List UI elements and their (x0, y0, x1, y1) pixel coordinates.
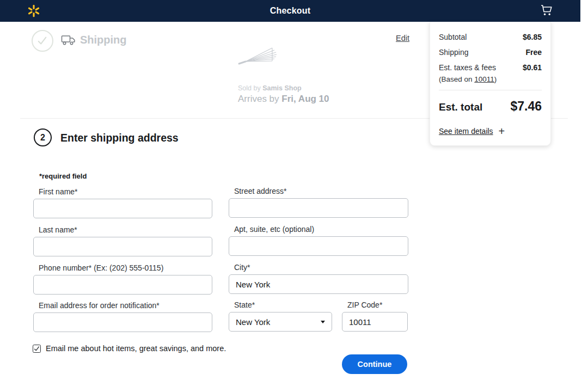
page-title: Checkout (0, 6, 580, 16)
shipping-step-title: Shipping (80, 34, 127, 46)
taxes-value: $0.61 (523, 63, 542, 72)
est-total-value: $7.46 (510, 99, 542, 114)
sold-by-prefix: Sold by (238, 84, 261, 92)
apt-label: Apt, suite, etc (optional) (229, 225, 408, 234)
cart-icon[interactable] (540, 4, 553, 17)
zip-code-link[interactable]: 10011 (474, 75, 494, 83)
city-input[interactable] (229, 274, 408, 294)
truck-icon (61, 34, 76, 47)
state-select[interactable]: New York (229, 312, 332, 332)
arrives-prefix: Arrives by (238, 94, 279, 104)
plus-icon[interactable]: + (499, 127, 505, 135)
summary-row-taxes: Est. taxes & fees $0.61 (439, 63, 542, 72)
checkout-header: Checkout (0, 0, 580, 22)
first-name-field: First name* (33, 187, 212, 218)
last-name-field: Last name* (33, 225, 212, 256)
zip-label: ZIP Code* (342, 301, 408, 309)
first-name-label: First name* (33, 187, 212, 196)
email-label: Email address for order notification* (33, 301, 212, 310)
apt-field: Apt, suite, etc (optional) (229, 225, 408, 256)
address-step-title: Enter shipping address (60, 132, 179, 144)
marketing-optin-label: Email me about hot items, great savings,… (46, 344, 226, 353)
last-name-input[interactable] (33, 237, 212, 256)
subtotal-value: $6.85 (523, 33, 542, 42)
marketing-checkbox[interactable] (33, 345, 41, 353)
shipping-value: Free (525, 48, 542, 57)
sold-by-line: Sold by Samis Shop (238, 84, 302, 92)
street-input[interactable] (229, 198, 408, 218)
product-thumbnail-fan-image (237, 46, 278, 66)
see-item-details-toggle[interactable]: See item details + (439, 127, 542, 136)
edit-shipping-link[interactable]: Edit (396, 34, 409, 42)
continue-button[interactable]: Continue (342, 354, 407, 374)
marketing-optin-row: Email me about hot items, great savings,… (33, 344, 226, 353)
based-on-suffix: ) (494, 75, 497, 83)
street-label: Street address* (229, 187, 408, 195)
state-selected-value: New York (236, 317, 270, 327)
based-on-zip-line: (Based on 10011) (439, 75, 542, 83)
email-field: Email address for order notification* (33, 301, 212, 332)
chevron-down-icon (321, 321, 325, 323)
state-label: State* (229, 301, 332, 309)
last-name-label: Last name* (33, 225, 212, 234)
step-2-badge: 2 (34, 128, 52, 146)
step-complete-check-icon (32, 30, 53, 52)
state-field: State* New York (229, 301, 332, 332)
shipping-label: Shipping (439, 48, 469, 57)
step-2-number: 2 (40, 133, 45, 143)
see-item-details-link[interactable]: See item details (439, 127, 493, 136)
summary-row-subtotal: Subtotal $6.85 (439, 33, 542, 42)
phone-field: Phone number* (Ex: (202) 555-0115) (33, 263, 212, 295)
summary-total-row: Est. total $7.46 (439, 99, 542, 114)
taxes-label: Est. taxes & fees (439, 63, 496, 72)
first-name-input[interactable] (33, 199, 212, 218)
zip-field: ZIP Code* (342, 301, 408, 332)
apt-input[interactable] (229, 236, 408, 256)
est-total-label: Est. total (439, 101, 482, 113)
zip-input[interactable] (342, 312, 408, 332)
street-field: Street address* (229, 187, 408, 218)
arrival-line: Arrives by Fri, Aug 10 (238, 94, 329, 105)
summary-row-shipping: Shipping Free (439, 48, 542, 57)
seller-name: Samis Shop (262, 84, 302, 92)
phone-input[interactable] (33, 275, 212, 295)
summary-divider (439, 90, 542, 90)
arrival-date: Fri, Aug 10 (281, 94, 329, 104)
email-input[interactable] (33, 312, 212, 332)
based-on-prefix: (Based on (439, 75, 474, 83)
subtotal-label: Subtotal (439, 33, 467, 42)
city-label: City* (229, 263, 408, 272)
city-field: City* (229, 263, 408, 294)
required-field-note: *required field (39, 172, 87, 180)
phone-label: Phone number* (Ex: (202) 555-0115) (33, 263, 212, 272)
order-summary-card: Subtotal $6.85 Shipping Free Est. taxes … (430, 22, 551, 146)
